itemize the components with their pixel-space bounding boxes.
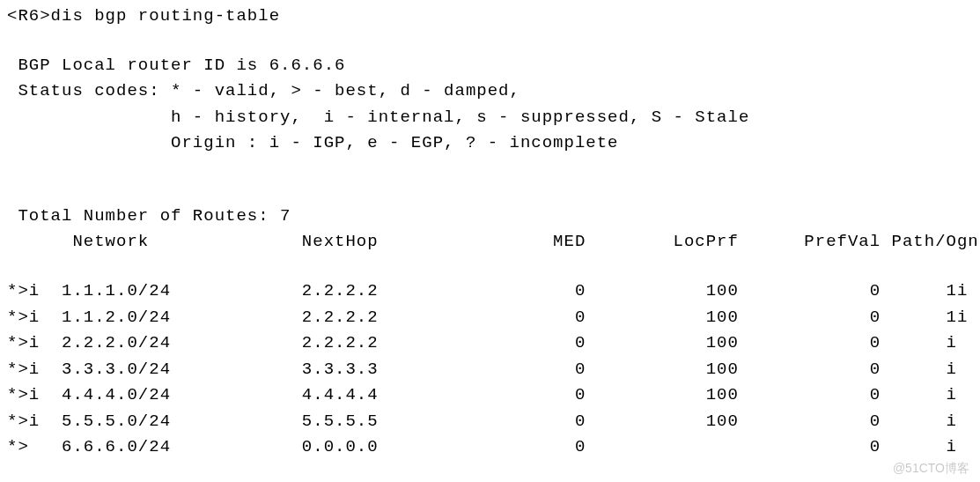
watermark-text: @51CTO博客 xyxy=(893,461,969,477)
table-row: *>i 3.3.3.0/24 3.3.3.3 0 100 0 i xyxy=(7,357,973,382)
blank-line xyxy=(7,157,973,181)
blank-line xyxy=(7,180,973,204)
table-row: *>i 1.1.1.0/24 2.2.2.2 0 100 0 1i xyxy=(7,278,973,304)
table-row: *>i 4.4.4.0/24 4.4.4.4 0 100 0 i xyxy=(7,382,973,408)
router-id-line: BGP Local router ID is 6.6.6.6 xyxy=(7,53,973,78)
command: dis bgp routing-table xyxy=(51,6,280,26)
prompt: <R6> xyxy=(7,6,51,26)
total-routes-line: Total Number of Routes: 7 xyxy=(7,204,973,229)
blank-line xyxy=(7,29,973,53)
status-codes-line1: Status codes: * - valid, > - best, d - d… xyxy=(7,78,973,104)
table-row: *>i 5.5.5.0/24 5.5.5.5 0 100 0 i xyxy=(7,409,973,434)
routes-table: *>i 1.1.1.0/24 2.2.2.2 0 100 0 1i*>i 1.1… xyxy=(7,278,973,460)
table-header-row: Network NextHop MED LocPrf PrefVal Path/… xyxy=(7,229,973,255)
table-row: *>i 1.1.2.0/24 2.2.2.2 0 100 0 1i xyxy=(7,305,973,330)
blank-line xyxy=(7,256,973,279)
status-codes-line2: h - history, i - internal, s - suppresse… xyxy=(7,105,973,130)
table-row: *>i 2.2.2.0/24 2.2.2.2 0 100 0 i xyxy=(7,330,973,356)
table-row: *> 6.6.6.0/24 0.0.0.0 0 0 i xyxy=(7,434,973,460)
prompt-line[interactable]: <R6>dis bgp routing-table xyxy=(7,4,973,29)
status-codes-line3: Origin : i - IGP, e - EGP, ? - incomplet… xyxy=(7,130,973,156)
